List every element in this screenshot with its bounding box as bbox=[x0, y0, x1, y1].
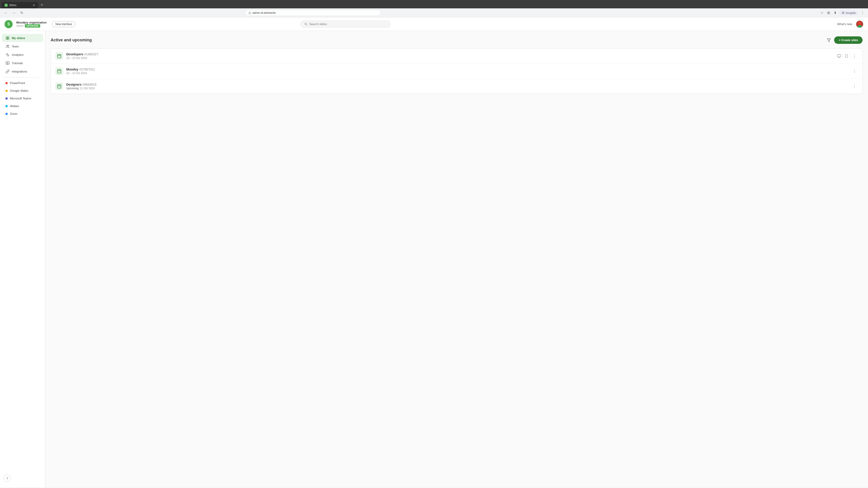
event-icon-designers bbox=[55, 83, 63, 90]
svg-text:S: S bbox=[7, 22, 10, 26]
sidebar-item-zoom[interactable]: Zoom bbox=[2, 110, 43, 118]
event-date-developers: 10 – 13 Oct 2024 bbox=[66, 57, 833, 60]
sidebar-item-analytics[interactable]: Analytics bbox=[2, 51, 43, 59]
sidebar: My slidos Team Analytics bbox=[0, 31, 45, 487]
tab-favicon: S bbox=[4, 4, 8, 7]
event-date-moodoy: 10 – 13 Oct 2024 bbox=[66, 72, 848, 75]
help-button[interactable]: ? bbox=[4, 475, 11, 482]
sidebar-team-label: Team bbox=[12, 45, 19, 48]
app-header: S Moodjoy organization Owner UPGRADE New… bbox=[0, 18, 868, 31]
integrations-icon bbox=[5, 69, 9, 73]
forward-button[interactable]: → bbox=[11, 10, 17, 16]
search-bar[interactable] bbox=[301, 21, 391, 28]
org-name: Moodjoy organization bbox=[16, 21, 46, 24]
user-avatar[interactable] bbox=[856, 20, 864, 28]
bookmark-icon[interactable]: ☆ bbox=[819, 10, 825, 16]
desktop-view-icon[interactable] bbox=[836, 53, 842, 59]
slido-logo-icon: S bbox=[4, 20, 13, 28]
sidebar-analytics-label: Analytics bbox=[12, 53, 24, 57]
event-info-developers: Developers #1480327 10 – 13 Oct 2024 bbox=[66, 53, 833, 60]
more-options-button-moodoy[interactable]: ⋮ bbox=[851, 68, 858, 74]
header-right: What's new bbox=[837, 20, 864, 28]
sidebar-item-webex[interactable]: Webex bbox=[2, 102, 43, 110]
incognito-icon bbox=[842, 11, 845, 14]
search-icon bbox=[304, 22, 307, 26]
svg-rect-16 bbox=[58, 55, 61, 58]
section-title: Active and upcoming bbox=[51, 38, 92, 42]
incognito-label: Incognito bbox=[846, 11, 856, 14]
mobile-view-icon[interactable] bbox=[844, 53, 849, 59]
svg-point-1 bbox=[843, 12, 844, 13]
svg-rect-10 bbox=[8, 37, 9, 38]
svg-rect-29 bbox=[58, 85, 61, 88]
event-name-row-designers: Designers #8664816 bbox=[66, 83, 848, 86]
event-info-designers: Designers #8664816 Upcoming: 11 Oct 2024 bbox=[66, 83, 848, 90]
reload-button[interactable]: ↻ bbox=[19, 10, 25, 16]
new-interface-button[interactable]: New interface bbox=[52, 21, 75, 27]
microsoft-teams-dot bbox=[5, 97, 8, 100]
event-info-moodoy: Moodoy #37867021 10 – 13 Oct 2024 bbox=[66, 68, 848, 75]
analytics-icon bbox=[5, 53, 9, 57]
event-icon-developers bbox=[55, 52, 63, 60]
svg-point-4 bbox=[305, 23, 307, 25]
app: S Moodjoy organization Owner UPGRADE New… bbox=[0, 18, 868, 487]
sidebar-divider bbox=[4, 77, 41, 77]
tab-close-button[interactable]: ✕ bbox=[33, 3, 35, 7]
upgrade-badge[interactable]: UPGRADE bbox=[25, 24, 40, 28]
calendar-icon-moodoy bbox=[57, 69, 61, 73]
tutorials-icon bbox=[5, 61, 9, 65]
header-actions: + Create slido bbox=[826, 36, 863, 44]
logo: S bbox=[4, 20, 13, 28]
more-options-button-designers[interactable]: ⋮ bbox=[851, 83, 858, 90]
create-slido-button[interactable]: + Create slido bbox=[834, 36, 863, 44]
incognito-badge: Incognito bbox=[839, 11, 858, 15]
svg-rect-23 bbox=[845, 55, 847, 58]
google-slides-dot bbox=[5, 90, 8, 92]
lock-icon bbox=[248, 11, 251, 14]
main-content: Active and upcoming + Create slido bbox=[45, 31, 868, 487]
team-icon bbox=[5, 44, 9, 48]
download-icon[interactable]: ⬇ bbox=[833, 10, 837, 16]
sidebar-item-microsoft-teams[interactable]: Microsoft Teams bbox=[2, 95, 43, 102]
search-input[interactable] bbox=[309, 22, 387, 26]
powerpoint-dot bbox=[5, 82, 8, 84]
org-role-row: Owner UPGRADE bbox=[16, 24, 46, 28]
active-tab[interactable]: S Slidos ✕ bbox=[2, 2, 38, 8]
url-bar[interactable]: admin.sli.do/events bbox=[245, 10, 381, 16]
svg-rect-20 bbox=[837, 55, 841, 57]
avatar-icon bbox=[856, 21, 863, 28]
sidebar-item-my-slidos[interactable]: My slidos bbox=[2, 34, 43, 42]
svg-point-13 bbox=[6, 45, 7, 46]
svg-point-7 bbox=[859, 22, 861, 24]
event-actions-developers: ⋮ bbox=[836, 53, 858, 59]
whats-new-button[interactable]: What's new bbox=[837, 22, 852, 26]
svg-rect-11 bbox=[6, 38, 7, 39]
svg-rect-0 bbox=[249, 13, 251, 14]
sidebar-item-team[interactable]: Team bbox=[2, 42, 43, 51]
event-icon-moodoy bbox=[55, 67, 63, 75]
event-name-row-moodoy: Moodoy #37867021 bbox=[66, 68, 848, 71]
new-tab-button[interactable]: + bbox=[39, 2, 45, 8]
zoom-dot bbox=[5, 113, 8, 115]
extensions-icon[interactable]: ⊞ bbox=[826, 10, 831, 16]
tab-bar: S Slidos ✕ + bbox=[0, 0, 868, 8]
menu-icon[interactable]: ⋮ bbox=[860, 10, 865, 16]
browser-toolbar: ← → ↻ admin.sli.do/events ☆ ⊞ ⬇ Incognit… bbox=[0, 8, 868, 18]
back-button[interactable]: ← bbox=[3, 10, 9, 16]
svg-rect-12 bbox=[8, 38, 9, 39]
sidebar-bottom: ? bbox=[0, 472, 45, 485]
webex-dot bbox=[5, 105, 8, 107]
sidebar-item-powerpoint[interactable]: PowerPoint bbox=[2, 79, 43, 87]
content-header: Active and upcoming + Create slido bbox=[51, 36, 863, 44]
more-options-button-developers[interactable]: ⋮ bbox=[851, 53, 858, 59]
calendar-icon-designers bbox=[57, 84, 61, 89]
sidebar-powerpoint-label: PowerPoint bbox=[10, 81, 25, 85]
tab-title: Slidos bbox=[9, 4, 17, 7]
event-actions-moodoy: ⋮ bbox=[851, 68, 858, 74]
filter-button[interactable] bbox=[826, 37, 832, 43]
sidebar-item-integrations[interactable]: Integrations bbox=[2, 67, 43, 75]
sidebar-microsoft-teams-label: Microsoft Teams bbox=[10, 97, 31, 100]
sidebar-item-tutorials[interactable]: Tutorials bbox=[2, 59, 43, 67]
event-item-designers: Designers #8664816 Upcoming: 11 Oct 2024… bbox=[51, 79, 862, 94]
sidebar-item-google-slides[interactable]: Google Slides bbox=[2, 87, 43, 94]
